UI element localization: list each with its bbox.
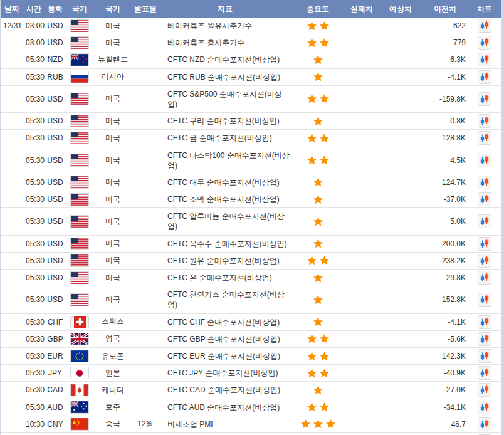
candlestick-chart-icon [480,133,490,143]
ru-flag-icon [70,71,89,83]
cell-indicator[interactable]: CFTC 대두 순매수포지션(비상업) [159,174,291,191]
cell-indicator[interactable]: CFTC 은 순매수포지션(비상업) [159,270,291,286]
cell-indicator[interactable]: CFTC 구리 순매수포지션(비상업) [159,113,291,129]
cell-previous: 128.8K [422,134,468,142]
cell-indicator[interactable]: CFTC S&P500 순매수포지션(비상업) [159,86,291,112]
table-row: 03:00USD미국베이커휴즈 총시추기수779 [1,34,501,51]
importance-star-icon [313,177,323,187]
cell-country: 미국 [93,177,132,187]
cell-importance [291,38,344,48]
cell-indicator[interactable]: CFTC 원유 순매수포지션(비상업) [159,253,291,269]
cell-previous: -152.8K [422,295,468,304]
cell-importance [291,385,344,396]
cell-currency: USD [45,156,66,165]
cell-time: 05:30 [23,273,45,282]
chart-button[interactable] [478,70,491,84]
chart-button[interactable] [478,114,491,128]
chart-button[interactable] [478,36,491,50]
cell-flag [66,418,93,431]
cell-chart [468,92,501,106]
cell-time: 05:30 [23,117,45,125]
cell-indicator[interactable]: CFTC EUR 순매수포지션(비상업) [159,348,291,364]
cell-chart [468,36,501,50]
cell-indicator[interactable]: CFTC GBP 순매수포지션(비상업) [159,331,291,347]
chart-button[interactable] [478,154,491,167]
table-row: 05:30USD미국CFTC 소맥 순매수포지션(비상업)-37.0K [1,191,501,208]
chart-button[interactable] [478,237,491,251]
cell-previous: 124.7K [422,178,468,187]
chart-button[interactable] [478,417,491,431]
importance-star-icon [307,21,317,31]
cell-chart [468,349,501,363]
chart-button[interactable] [478,192,491,206]
cell-indicator[interactable]: CFTC 천연가스 순매수포지션(비상업) [159,286,291,313]
cell-indicator[interactable]: CFTC 소맥 순매수포지션(비상업) [159,191,291,207]
chart-button[interactable] [478,19,491,33]
chart-button[interactable] [478,176,491,189]
cell-indicator[interactable]: CFTC 옥수수 순매수포지션(비상업) [159,236,291,252]
importance-stars [300,419,336,429]
chart-button[interactable] [478,366,491,380]
chart-button[interactable] [478,332,491,346]
importance-stars [313,55,323,65]
cell-previous: -37.0K [422,195,468,204]
cell-country: 미국 [93,38,132,48]
chart-button[interactable] [478,293,491,307]
cell-indicator[interactable]: CFTC JPY 순매수포지션(비상업) [159,365,291,381]
cell-indicator[interactable]: CFTC RUB 순매수포지션(비상업) [159,69,291,85]
importance-star-icon [307,333,317,344]
importance-star-icon [319,21,330,31]
cell-importance [291,116,344,127]
cell-indicator[interactable]: 베이커휴즈 원유시추기수 [159,18,291,34]
cell-indicator[interactable]: 베이커휴즈 총시추기수 [159,34,291,51]
candlestick-chart-icon [480,385,490,395]
cell-indicator[interactable]: CFTC CAD 순매수포지션(비상업) [159,382,291,398]
cell-indicator[interactable]: CFTC AUD 순매수포지션(비상업) [159,399,291,416]
eu-flag-icon [70,350,89,362]
chart-button[interactable] [478,53,491,66]
candlestick-chart-icon [480,116,490,126]
importance-star-icon [313,419,323,429]
cell-importance [291,295,344,305]
candlestick-chart-icon [480,194,490,204]
chart-button[interactable] [478,383,491,397]
table-row: 05:30CAD캐나다CFTC CAD 순매수포지션(비상업)-27.0K [1,382,501,399]
cell-country: 중국 [93,419,132,429]
chart-button[interactable] [478,92,491,106]
cell-flag [66,316,93,328]
chart-button[interactable] [478,214,491,228]
cell-currency: EUR [45,352,66,360]
cell-chart [468,214,501,228]
importance-stars [307,333,330,344]
candlestick-chart-icon [480,317,490,327]
importance-stars [313,238,323,249]
chart-button[interactable] [478,401,491,414]
column-header-currency: 통화 [45,4,66,14]
cell-previous: 29.8K [422,273,468,282]
chart-button[interactable] [478,271,491,285]
cell-previous: -40.9K [422,369,468,377]
cell-time: 05:30 [23,403,45,412]
importance-star-icon [319,402,330,412]
cell-indicator[interactable]: 비제조업 PMI [159,416,291,432]
importance-star-icon [313,194,323,205]
cell-chart [468,332,501,346]
cell-chart [468,293,501,307]
cell-indicator[interactable]: CFTC CHF 순매수포지션(비상업) [159,314,291,330]
cell-indicator[interactable]: CFTC 알루미늄 순매수포지션(비상업) [159,208,291,234]
importance-star-icon [319,38,330,48]
cell-country: 미국 [93,295,132,305]
cell-importance [291,333,344,344]
cell-indicator[interactable]: CFTC 나스닥100 순매수포지션(비상업) [159,147,291,174]
cell-indicator[interactable]: CFTC NZD 순매수포지션(비상업) [159,51,291,68]
cell-chart [468,237,501,251]
cell-indicator[interactable]: CFTC 금 순매수포지션(비상업) [159,130,291,146]
cell-chart [468,315,501,329]
chart-button[interactable] [478,349,491,363]
importance-star-icon [307,255,317,266]
chart-button[interactable] [478,131,491,145]
chart-button[interactable] [478,315,491,329]
importance-star-icon [307,402,317,412]
chart-button[interactable] [478,254,491,268]
table-header-row: 날짜 시간 통화 국기 국가 발표월 지표 중요도 실제치 예상치 이전치 차트 [1,0,501,18]
